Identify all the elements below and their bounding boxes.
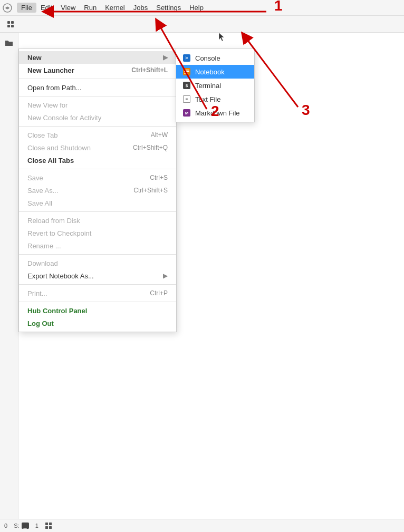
menu-item-new[interactable]: New ▶ <box>19 51 176 64</box>
menu-item-new-launcher[interactable]: New Launcher Ctrl+Shift+L <box>19 64 176 76</box>
separator-5 <box>19 211 176 212</box>
menu-edit[interactable]: Edit <box>36 3 56 13</box>
separator-7 <box>19 284 176 285</box>
status-item-0: 0 <box>4 523 7 529</box>
toolbar-icon-1[interactable] <box>4 18 17 31</box>
separator-3 <box>19 126 176 127</box>
statusbar: 0 S: _ 1 <box>0 519 404 532</box>
menu-view[interactable]: View <box>56 3 80 13</box>
file-dropdown-menu: New ▶ New Launcher Ctrl+Shift+L Open fro… <box>18 49 177 332</box>
svg-rect-17 <box>49 523 52 525</box>
menu-jobs[interactable]: Jobs <box>129 3 152 13</box>
notebook-icon <box>182 67 191 76</box>
content-area: New ▶ New Launcher Ctrl+Shift+L Open fro… <box>0 33 404 519</box>
svg-rect-6 <box>184 70 189 71</box>
svg-rect-2 <box>11 21 14 24</box>
submenu-item-console[interactable]: Console <box>176 51 254 65</box>
menu-run[interactable]: Run <box>80 3 101 13</box>
submenu-item-notebook[interactable]: Notebook <box>176 65 254 79</box>
separator-6 <box>19 254 176 255</box>
svg-rect-19 <box>49 526 52 529</box>
markdown-icon <box>182 109 191 117</box>
menu-item-new-console[interactable]: New Console for Activity <box>19 111 176 124</box>
menu-item-new-view[interactable]: New View for <box>19 99 176 111</box>
toolbar <box>0 16 404 33</box>
menu-item-save[interactable]: Save Ctrl+S <box>19 171 176 184</box>
menu-item-export[interactable]: Export Notebook As... ▶ <box>19 269 176 282</box>
menu-file[interactable]: File <box>17 3 36 13</box>
menubar: File Edit View Run Kernel Jobs Settings … <box>0 0 404 16</box>
separator-4 <box>19 169 176 169</box>
menu-item-close-shutdown[interactable]: Close and Shutdown Ctrl+Shift+Q <box>19 141 176 154</box>
menu-item-rename[interactable]: Rename ... <box>19 239 176 252</box>
separator-2 <box>19 96 176 96</box>
menu-item-hub[interactable]: Hub Control Panel <box>19 304 176 317</box>
menu-item-reload[interactable]: Reload from Disk <box>19 214 176 227</box>
separator-1 <box>19 79 176 79</box>
arrow-icon: ▶ <box>163 54 168 61</box>
menu-item-download[interactable]: Download <box>19 257 176 269</box>
submenu-item-textfile[interactable]: Text File <box>176 92 254 106</box>
svg-rect-18 <box>45 526 48 529</box>
svg-rect-1 <box>7 21 10 24</box>
menu-item-print[interactable]: Print... Ctrl+P <box>19 287 176 299</box>
svg-rect-7 <box>184 71 189 72</box>
menu-item-close-tab[interactable]: Close Tab Alt+W <box>19 129 176 141</box>
menu-item-logout[interactable]: Log Out <box>19 317 176 330</box>
sidebar <box>0 33 18 519</box>
menu-item-save-as[interactable]: Save As... Ctrl+Shift+S <box>19 184 176 197</box>
sidebar-folder-icon[interactable] <box>2 36 16 51</box>
separator-8 <box>19 302 176 302</box>
app-logo <box>2 3 13 13</box>
menu-item-close-all[interactable]: Close All Tabs <box>19 154 176 167</box>
status-item-2: 1 <box>35 523 39 529</box>
menu-help[interactable]: Help <box>185 3 208 13</box>
submenu-item-markdown[interactable]: Markdown File <box>176 106 254 120</box>
status-item-grid <box>45 522 52 529</box>
menu-item-save-all[interactable]: Save All <box>19 197 176 209</box>
terminal-icon <box>182 81 191 90</box>
svg-rect-4 <box>11 25 14 27</box>
menu-item-revert[interactable]: Revert to Checkpoint <box>19 227 176 239</box>
new-submenu: Console Notebook Terminal Text <box>176 49 255 122</box>
menu-settings[interactable]: Settings <box>152 3 185 13</box>
status-item-1: S: _ <box>14 523 29 529</box>
svg-rect-3 <box>7 25 10 27</box>
menu-item-open-path[interactable]: Open from Path... <box>19 81 176 94</box>
svg-rect-16 <box>45 523 48 525</box>
export-arrow-icon: ▶ <box>163 272 168 279</box>
textfile-icon <box>182 95 191 103</box>
console-icon <box>182 54 191 62</box>
menu-kernel[interactable]: Kernel <box>101 3 129 13</box>
submenu-item-terminal[interactable]: Terminal <box>176 79 254 92</box>
svg-rect-8 <box>184 73 188 74</box>
